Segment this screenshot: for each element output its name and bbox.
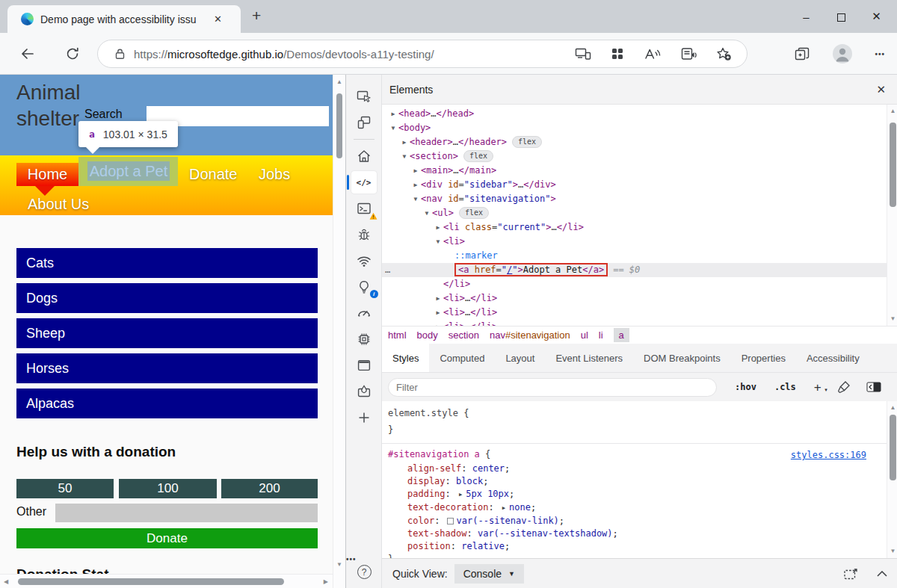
more-icon[interactable]: ••• <box>346 551 382 565</box>
dom-tree-row[interactable]: ▶<head>…</head> <box>382 107 887 121</box>
hover-state-toggle[interactable]: :hov <box>735 382 756 392</box>
device-emulation-icon[interactable] <box>351 111 377 134</box>
collapse-arrow-icon[interactable]: ▼ <box>399 149 410 164</box>
new-style-rule-icon[interactable]: +▾ <box>814 381 822 394</box>
dom-tree-row[interactable]: ▼<li> <box>382 235 887 249</box>
dom-tree-row[interactable]: ▶<header>…</header>flex <box>382 135 887 149</box>
back-icon[interactable] <box>19 46 36 65</box>
tab-close-icon[interactable]: ✕ <box>214 13 222 25</box>
css-property[interactable]: color: var(--sitenav-link); <box>388 515 881 527</box>
dom-tree-row[interactable]: ▼<ul>flex <box>382 206 887 220</box>
css-property[interactable]: padding: ▶5px 10px; <box>388 488 881 501</box>
network-icon[interactable] <box>351 250 377 272</box>
breadcrumb-item-section[interactable]: section <box>449 329 479 341</box>
css-overview-icon[interactable] <box>351 380 377 403</box>
scroll-down-icon[interactable]: ▼ <box>887 548 897 554</box>
expand-arrow-icon[interactable]: ▶ <box>433 320 443 326</box>
animal-button-cats[interactable]: Cats <box>16 248 318 278</box>
browser-tab[interactable]: Demo page with accessibility issu ✕ <box>7 5 241 33</box>
collections-icon[interactable] <box>794 46 810 61</box>
expand-arrow-icon[interactable]: ▶ <box>399 135 410 149</box>
css-property[interactable]: align-self: center; <box>388 462 881 475</box>
dom-tree-row[interactable]: ▶<li class="current">…</li> <box>382 220 887 235</box>
dom-tree-row[interactable]: ▶<li>…</li> <box>382 291 887 306</box>
tree-scroll-thumb[interactable] <box>890 123 896 207</box>
breadcrumb-item-nav[interactable]: nav#sitenavigation <box>490 329 570 341</box>
styles-filter-input[interactable] <box>388 378 717 397</box>
dom-tree-row[interactable]: ::marker <box>382 249 887 263</box>
send-to-devices-icon[interactable] <box>575 46 591 61</box>
nav-donate[interactable]: Donate <box>189 163 238 186</box>
tab-properties[interactable]: Properties <box>731 344 796 372</box>
expand-arrow-icon[interactable]: ▶ <box>433 306 443 320</box>
rule-selector[interactable]: #sitenavigation a <box>388 449 480 459</box>
amount-button-50[interactable]: 50 <box>16 479 114 498</box>
apps-grid-icon[interactable] <box>610 46 625 61</box>
close-button[interactable]: ✕ <box>859 10 894 23</box>
css-property[interactable]: display: block; <box>388 475 881 488</box>
donate-button[interactable]: Donate <box>16 528 318 548</box>
home-icon[interactable] <box>351 145 377 167</box>
memory-icon[interactable] <box>351 328 377 350</box>
animal-button-dogs[interactable]: Dogs <box>16 283 318 313</box>
collapse-arrow-icon[interactable]: ▼ <box>422 206 432 220</box>
debugger-icon[interactable] <box>351 223 377 246</box>
css-property[interactable]: text-shadow: var(--sitenav-textshadow); <box>388 527 881 540</box>
profile-avatar[interactable] <box>832 43 853 64</box>
flex-badge[interactable]: flex <box>459 207 489 219</box>
animal-button-alpacas[interactable]: Alpacas <box>16 389 318 418</box>
minimize-button[interactable]: – <box>789 10 824 23</box>
styles-scroll-thumb[interactable] <box>890 415 896 480</box>
maximize-button[interactable] <box>824 10 859 23</box>
collapse-arrow-icon[interactable]: ▼ <box>388 121 398 135</box>
tab-layout[interactable]: Layout <box>495 344 545 372</box>
breadcrumb-item-a[interactable]: a <box>614 328 629 342</box>
flex-badge[interactable]: flex <box>463 150 493 162</box>
nav-jobs[interactable]: Jobs <box>259 163 290 186</box>
amount-button-200[interactable]: 200 <box>221 479 318 498</box>
refresh-icon[interactable] <box>65 46 80 64</box>
page-horizontal-scrollbar[interactable]: ◀ ▶ <box>0 574 333 588</box>
row-menu-icon[interactable]: … <box>385 263 390 277</box>
settings-more-icon[interactable]: ••• <box>875 50 885 58</box>
console-icon[interactable] <box>351 197 377 220</box>
dom-tree-row[interactable]: </li> <box>382 277 887 291</box>
stylesheet-link[interactable]: styles.css:169 <box>791 450 866 460</box>
css-property[interactable]: position: relative; <box>388 540 881 553</box>
horizontal-scroll-thumb[interactable] <box>18 578 284 585</box>
nav-about-us[interactable]: About Us <box>28 193 89 216</box>
more-tools-icon[interactable] <box>351 406 377 429</box>
dom-tree-row[interactable]: ▶<li>…</li> <box>382 306 887 320</box>
new-tab-button[interactable]: + <box>252 7 261 25</box>
scroll-up-icon[interactable]: ▲ <box>336 79 342 85</box>
panel-toggle-icon[interactable] <box>866 382 881 392</box>
scroll-right-icon[interactable]: ▶ <box>324 579 328 585</box>
class-toggle[interactable]: .cls <box>774 382 796 392</box>
immersive-reader-icon[interactable] <box>680 46 697 61</box>
issues-icon[interactable]: i <box>351 276 377 298</box>
tab-event-listeners[interactable]: Event Listeners <box>545 344 633 372</box>
brush-icon[interactable] <box>837 380 851 394</box>
animal-button-horses[interactable]: Horses <box>16 353 318 383</box>
collapse-arrow-icon[interactable]: ▼ <box>433 235 443 249</box>
dom-tree-row[interactable]: ▼<nav id="sitenavigation"> <box>382 192 887 206</box>
vertical-scroll-thumb[interactable] <box>336 93 342 158</box>
expand-arrow-icon[interactable]: ▶ <box>410 178 421 192</box>
tab-computed[interactable]: Computed <box>429 344 495 372</box>
expand-arrow-icon[interactable]: ▶ <box>433 220 443 235</box>
devtools-close-icon[interactable]: ✕ <box>876 83 886 96</box>
performance-icon[interactable] <box>351 302 377 324</box>
expand-arrow-icon[interactable]: ▶ <box>388 107 398 121</box>
dom-tree-row[interactable]: ▼<section>flex <box>382 149 887 164</box>
nav-adopt-a-pet[interactable]: Adopt a Pet <box>87 161 170 181</box>
dom-tree-row[interactable]: ▶<div id="sidebar">…</div> <box>382 178 887 192</box>
scroll-up-icon[interactable]: ▲ <box>887 108 897 114</box>
dom-tree-row[interactable]: ▼<body> <box>382 121 887 135</box>
css-property[interactable]: text-decoration: ▶none; <box>388 501 881 515</box>
scroll-up-icon[interactable]: ▲ <box>887 405 897 411</box>
elements-icon[interactable]: </> <box>351 171 377 194</box>
collapse-arrow-icon[interactable]: ▼ <box>410 192 421 206</box>
dom-tree-scrollbar[interactable]: ▲ ▼ <box>887 105 897 326</box>
quick-view-selector[interactable]: Console ▼ <box>454 564 524 584</box>
help-icon[interactable]: ? <box>346 565 382 579</box>
